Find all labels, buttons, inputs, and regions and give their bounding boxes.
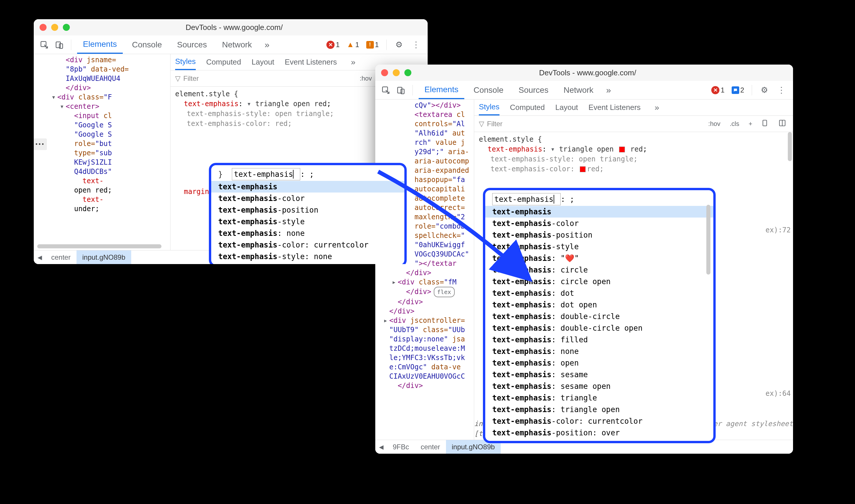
dom-line[interactable]: CIAxUzV0EAHU0VOGcC <box>381 372 474 381</box>
gear-icon[interactable]: ⚙ <box>392 40 406 50</box>
filter-input[interactable]: ▽ Filter <box>479 120 701 128</box>
kebab-icon[interactable]: ⋮ <box>774 85 788 95</box>
close-icon[interactable] <box>381 69 388 76</box>
maximize-icon[interactable] <box>404 69 411 76</box>
dom-line[interactable]: KEwjS1ZLI <box>41 158 170 167</box>
warning-count[interactable]: ▲ 1 <box>347 40 359 49</box>
styles-tab-computed[interactable]: Computed <box>206 54 241 70</box>
breadcrumb-item[interactable]: center <box>46 250 76 264</box>
autocomplete-item[interactable]: text-emphasis: "❤️" <box>485 252 713 264</box>
tab-elements[interactable]: Elements <box>418 81 464 99</box>
breadcrumb-item-selected[interactable]: input.gNO89b <box>76 250 131 264</box>
styles-tab-listeners[interactable]: Event Listeners <box>589 100 641 115</box>
device-icon[interactable] <box>54 39 65 51</box>
autocomplete-item[interactable]: text-emphasis: circle <box>485 264 713 276</box>
dom-tree-pane[interactable]: <div jsname= "8pb" data-ved= IAxUqWUEAHQ… <box>34 54 171 250</box>
computed-toggle-icon[interactable] <box>776 119 788 128</box>
device-panel-icon[interactable] <box>759 119 771 128</box>
cls-button[interactable]: .cls <box>727 120 742 128</box>
breadcrumb-scroll-left-icon[interactable]: ◀ <box>34 254 46 261</box>
prop-value[interactable]: triangle open red <box>255 100 327 108</box>
autocomplete-item[interactable]: text-emphasis: triangle open <box>485 404 713 415</box>
styles-tab-layout[interactable]: Layout <box>252 54 274 70</box>
dom-line[interactable]: ▸<div class="fM <box>381 277 474 287</box>
dom-line[interactable]: "Alh6id" aut <box>381 128 474 138</box>
dom-line[interactable]: </div> <box>381 268 474 277</box>
hov-button[interactable]: :hov <box>706 120 723 128</box>
autocomplete-item[interactable]: text-emphasis: none <box>211 228 404 239</box>
css-property-input[interactable]: text-emphasis <box>492 193 560 205</box>
styles-tab-styles[interactable]: Styles <box>175 54 196 70</box>
new-rule-button[interactable]: + <box>746 120 755 128</box>
maximize-icon[interactable] <box>63 24 70 31</box>
expand-icon[interactable]: ▾ <box>247 100 251 108</box>
more-tabs-icon[interactable]: » <box>261 39 273 51</box>
autocomplete-item[interactable]: text-emphasis <box>211 181 404 193</box>
autocomplete-item[interactable]: text-emphasis-color: currentcolor <box>211 239 404 251</box>
dom-line[interactable]: </div> <box>41 83 170 92</box>
h-scrollbar[interactable] <box>37 244 161 248</box>
tab-console[interactable]: Console <box>126 35 168 54</box>
styles-tab-layout[interactable]: Layout <box>555 100 578 115</box>
prop-name[interactable]: text-emphasis <box>184 100 238 108</box>
autocomplete-item[interactable]: text-emphasis: dot <box>485 287 713 299</box>
dom-line[interactable]: le;YMFC3:VKssTb;vk <box>381 353 474 362</box>
kebab-icon[interactable]: ⋮ <box>409 40 423 50</box>
autocomplete-item[interactable]: text-emphasis-style <box>211 216 404 228</box>
tab-network[interactable]: Network <box>216 35 258 54</box>
dom-line[interactable]: "Google S <box>41 130 170 139</box>
dom-line[interactable]: Q4dUDCBs" <box>41 167 170 176</box>
dom-line[interactable]: open red; <box>41 185 170 195</box>
more-tabs-icon[interactable]: » <box>603 84 614 96</box>
dom-line[interactable]: type="sub <box>41 148 170 158</box>
prop-value[interactable]: triangle open <box>559 145 614 153</box>
tab-network[interactable]: Network <box>558 81 599 99</box>
dom-line[interactable]: ▸<div jscontroller= <box>381 316 474 325</box>
autocomplete-item[interactable]: text-emphasis: double-circle <box>485 311 713 322</box>
error-count[interactable]: ✕ 1 <box>711 86 724 94</box>
minimize-icon[interactable] <box>51 24 58 31</box>
dom-line[interactable]: under; <box>41 204 170 214</box>
autocomplete-item[interactable]: text-emphasis: open <box>485 357 713 369</box>
prop-name[interactable]: text-emphasis <box>487 145 542 153</box>
inspect-icon[interactable] <box>38 39 50 51</box>
inspect-icon[interactable] <box>380 84 392 96</box>
autocomplete-item[interactable]: text-emphasis: triangle <box>485 392 713 404</box>
autocomplete-item[interactable]: text-emphasis: dot open <box>485 299 713 311</box>
dom-line[interactable]: rch" value j <box>381 138 474 147</box>
tab-console[interactable]: Console <box>468 81 510 99</box>
device-icon[interactable] <box>395 84 407 96</box>
dom-line[interactable]: "UUbT9" class="UUb <box>381 325 474 335</box>
dom-line[interactable]: e:CmVOgc" data-ve <box>381 362 474 372</box>
breadcrumb-item[interactable]: 9FBc <box>387 440 415 454</box>
dom-line[interactable]: "display:none" jsa <box>381 335 474 344</box>
autocomplete-item[interactable]: text-emphasis-style: none <box>211 251 404 262</box>
dom-line[interactable]: controls="Al <box>381 119 474 128</box>
more-styles-tabs-icon[interactable]: » <box>651 102 663 113</box>
filter-input[interactable]: ▽ Filter <box>175 74 353 83</box>
breadcrumb-item[interactable]: center <box>415 440 446 454</box>
dom-line[interactable]: cQv"></div> <box>381 101 474 110</box>
error-count[interactable]: ✕ 1 <box>326 41 339 49</box>
autocomplete-item[interactable]: text-emphasis-color <box>211 193 404 204</box>
expand-icon[interactable]: ▾ <box>551 145 555 153</box>
color-swatch[interactable] <box>619 147 625 152</box>
dom-line[interactable]: tzDCd;mouseleave:M <box>381 344 474 353</box>
autocomplete-item[interactable]: text-emphasis: sesame open <box>485 380 713 392</box>
dom-line[interactable]: "Google S <box>41 121 170 130</box>
autocomplete-item[interactable]: text-emphasis-color: currentcolor <box>485 415 713 427</box>
message-count[interactable]: 2 <box>732 86 744 94</box>
dom-line[interactable]: </div> <box>381 297 474 307</box>
dom-line[interactable]: "8pb" data-ved= <box>41 65 170 74</box>
autocomplete-item[interactable]: text-emphasis <box>485 206 713 218</box>
dom-line[interactable]: <input cl <box>41 111 170 121</box>
dom-line[interactable]: </div> <box>381 307 474 316</box>
dom-line[interactable]: text- <box>41 176 170 185</box>
dom-line[interactable]: <div jsname= <box>41 55 170 65</box>
minimize-icon[interactable] <box>393 69 400 76</box>
dom-line[interactable]: IAxUqWUEAHQU4 <box>41 74 170 83</box>
styles-tab-styles[interactable]: Styles <box>479 100 499 115</box>
v-scrollbar[interactable] <box>788 132 792 161</box>
gear-icon[interactable]: ⚙ <box>758 85 771 95</box>
autocomplete-item[interactable]: text-emphasis: circle open <box>485 276 713 287</box>
